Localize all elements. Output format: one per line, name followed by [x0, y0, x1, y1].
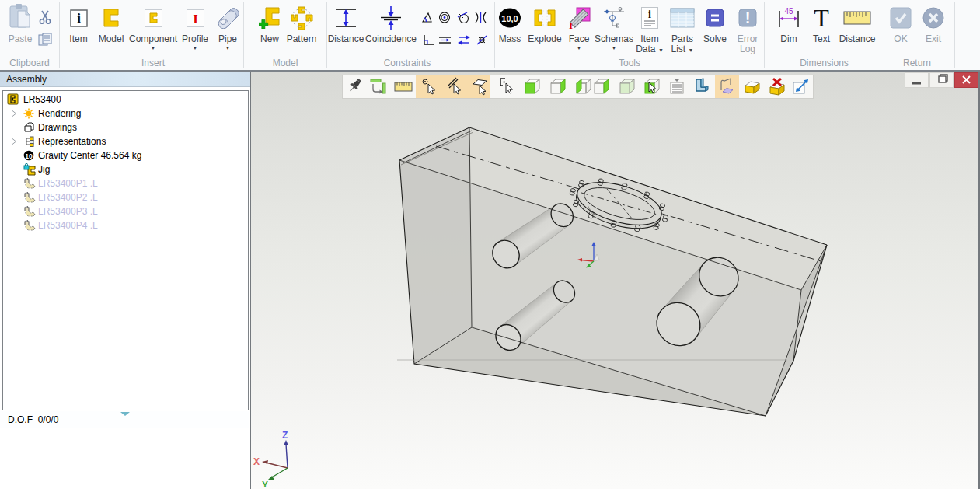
- svg-text:Z: Z: [282, 430, 288, 441]
- svg-text:Y: Y: [262, 480, 268, 487]
- svg-text:!: !: [745, 9, 751, 26]
- svg-text:I: I: [569, 19, 573, 29]
- svg-text:X: X: [253, 456, 260, 467]
- svg-text:10: 10: [25, 152, 33, 160]
